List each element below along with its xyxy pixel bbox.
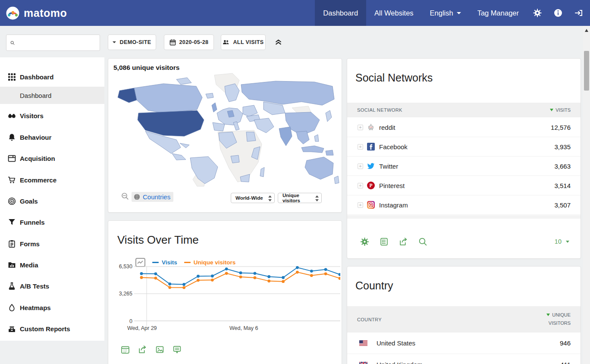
sidebar-item-ecommerce[interactable]: Ecommerce	[0, 175, 104, 185]
map-metric-select[interactable]: Unique visitors	[278, 193, 322, 203]
svg-text:P: P	[369, 183, 372, 188]
search-input[interactable]	[15, 39, 100, 46]
y-tick-3265: 3,265	[111, 291, 132, 297]
nav-all-websites[interactable]: All Websites	[366, 0, 421, 26]
row-label: United Kingdom	[377, 361, 423, 364]
table-row-facebook[interactable]: + Facebook 3,935	[347, 137, 581, 157]
expand-plus-icon[interactable]: +	[358, 144, 363, 150]
sidebar-label: Visitors	[20, 112, 44, 119]
sidebar-item-visitors[interactable]: Visitors	[0, 110, 104, 121]
chevron-down-icon	[566, 241, 569, 243]
visits-series-dash	[152, 262, 159, 263]
site-selector-button[interactable]: DEMO-SITE	[108, 35, 156, 50]
sidebar-item-dashboard[interactable]: Dashboard	[0, 72, 104, 82]
annotations-icon[interactable]	[173, 345, 182, 354]
sign-out-icon[interactable]	[574, 9, 583, 17]
country-column-unique-visitors[interactable]: UNIQUE	[546, 312, 571, 317]
settings-gear-icon[interactable]	[533, 9, 542, 17]
social-networks-widget: Social Networks SOCIAL NETWORK VISITS + …	[347, 58, 581, 259]
scroll-up-arrow-icon[interactable]	[585, 29, 588, 32]
row-label: Facebook	[379, 143, 408, 151]
expand-plus-icon[interactable]: +	[358, 125, 363, 130]
sidebar-label: Heatmaps	[20, 304, 51, 311]
country-japan	[326, 110, 332, 122]
table-row-twitter[interactable]: + Twitter 3,663	[347, 157, 581, 176]
help-info-icon[interactable]	[554, 9, 562, 17]
users-segment-icon	[223, 39, 229, 45]
top-navbar: matomo Dashboard All Websites English Ta…	[0, 0, 590, 26]
table-row-reddit[interactable]: + reddit 12,576	[347, 118, 581, 137]
countries-link-label: Countries	[143, 193, 170, 201]
country-canada	[134, 84, 202, 113]
table-settings-gear-icon[interactable]	[360, 237, 369, 246]
sidebar-item-heatmaps[interactable]: Heatmaps	[0, 302, 104, 313]
media-folder-icon	[8, 261, 16, 269]
map-region-select[interactable]: World-Wide	[231, 193, 275, 203]
sidebar-subitem-dashboard[interactable]: Dashboard	[0, 87, 104, 104]
map-countries[interactable]	[118, 73, 339, 186]
social-column-name[interactable]: SOCIAL NETWORK	[357, 107, 402, 113]
eastern-europe	[243, 105, 257, 116]
sidebar-item-goals[interactable]: Goals	[0, 196, 104, 206]
date-range-button[interactable]: 2020-05-28	[164, 35, 214, 50]
chevron-down-icon	[457, 12, 461, 14]
table-row-pinterest[interactable]: + P Pinterest 3,514	[347, 176, 581, 195]
calendar-icon[interactable]	[121, 345, 130, 354]
global-search	[6, 35, 100, 51]
table-row-united-kingdom[interactable]: United Kingdom 411	[347, 354, 581, 364]
country-italy	[233, 122, 239, 130]
scrollbar-thumb[interactable]	[584, 51, 589, 91]
shopping-cart-icon	[8, 176, 16, 184]
chevron-down-icon	[113, 41, 116, 43]
iberia	[213, 122, 225, 131]
image-export-icon[interactable]	[155, 345, 164, 354]
nav-tag-manager[interactable]: Tag Manager	[469, 0, 527, 26]
sidebar-label: Ecommerce	[20, 176, 56, 184]
nav-language-label: English	[430, 9, 453, 17]
sidebar-item-behaviour[interactable]: Behaviour	[0, 132, 104, 142]
sidebar-item-ab-tests[interactable]: A/B Tests	[0, 281, 104, 291]
map-metric-value: Unique visitors	[282, 193, 313, 203]
sidebar-item-acquisition[interactable]: Acquisition	[0, 153, 104, 163]
sidebar-item-media[interactable]: Media	[0, 260, 104, 270]
collapse-chevrons-icon[interactable]	[275, 38, 282, 46]
country-widget: Country COUNTRY UNIQUE VISITORS United S…	[347, 266, 581, 364]
country-cuba	[180, 143, 189, 148]
table-row-instagram[interactable]: + Instagram 3,507	[347, 195, 581, 215]
x-tick-apr29: Wed, Apr 29	[127, 325, 157, 331]
sidebar-item-custom-reports[interactable]: Custom Reports	[0, 323, 104, 334]
clipboard-icon	[8, 240, 16, 248]
export-icon[interactable]	[399, 237, 408, 246]
table-row-united-states[interactable]: United States 946	[347, 333, 581, 354]
search-icon[interactable]	[418, 237, 427, 246]
nav-dashboard[interactable]: Dashboard	[315, 0, 366, 26]
export-icon[interactable]	[138, 345, 147, 354]
browser-window-icon	[8, 154, 16, 163]
map-zoom-out-icon[interactable]	[121, 192, 129, 200]
countries-report-link[interactable]: Countries	[132, 192, 173, 202]
sidebar-item-forms[interactable]: Forms	[0, 238, 104, 249]
nav-language-selector[interactable]: English	[422, 0, 469, 26]
sidebar-sublabel: Dashboard	[20, 92, 51, 99]
table-view-icon[interactable]	[380, 237, 389, 246]
visitors-label: VISITORS	[549, 320, 571, 326]
country-russia	[241, 81, 334, 105]
matomo-logo-icon	[6, 6, 19, 20]
segment-selector-button[interactable]: ALL VISITS	[221, 35, 266, 50]
row-value: 3,663	[554, 163, 571, 170]
matomo-logo[interactable]: matomo	[0, 6, 67, 20]
expand-plus-icon[interactable]: +	[358, 202, 363, 208]
country-new-zealand	[334, 176, 339, 184]
expand-plus-icon[interactable]: +	[358, 163, 363, 169]
segment-label: ALL VISITS	[233, 39, 264, 45]
row-limit-selector[interactable]: 10	[555, 238, 569, 245]
visits-line-chart[interactable]	[134, 264, 340, 329]
country-column-name[interactable]: COUNTRY	[357, 317, 382, 322]
middle-east	[254, 118, 274, 133]
row-value: 3,507	[554, 201, 571, 209]
sidebar-item-funnels[interactable]: Funnels	[0, 217, 104, 227]
social-column-visits[interactable]: VISITS	[550, 107, 571, 113]
globe-icon	[134, 194, 140, 200]
page-scrollbar[interactable]	[583, 26, 590, 364]
expand-plus-icon[interactable]: +	[358, 183, 363, 188]
